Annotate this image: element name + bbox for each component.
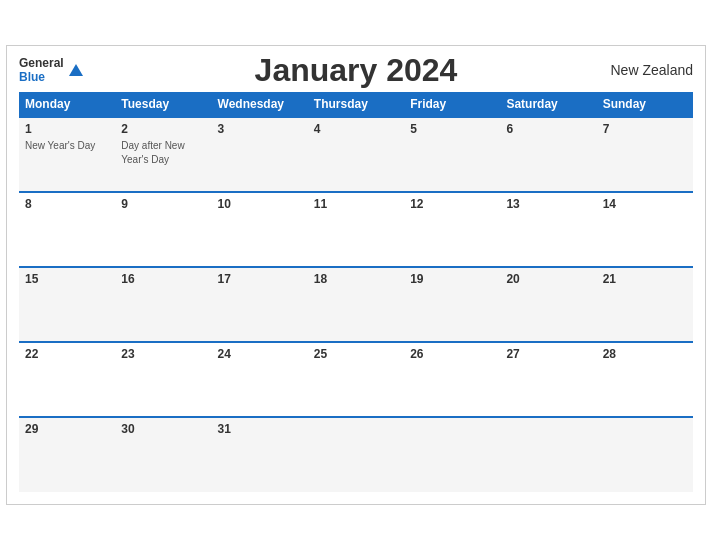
day-number: 6: [506, 122, 590, 136]
day-number: 8: [25, 197, 109, 211]
calendar-day-cell: 25: [308, 342, 404, 417]
calendar-day-cell: 15: [19, 267, 115, 342]
day-number: 19: [410, 272, 494, 286]
day-number: 5: [410, 122, 494, 136]
day-number: 25: [314, 347, 398, 361]
day-number: 16: [121, 272, 205, 286]
calendar-day-cell: 8: [19, 192, 115, 267]
calendar-day-cell: 6: [500, 117, 596, 192]
calendar-day-cell: [404, 417, 500, 492]
calendar-day-cell: 29: [19, 417, 115, 492]
day-number: 28: [603, 347, 687, 361]
calendar-day-cell: 13: [500, 192, 596, 267]
calendar-day-cell: [500, 417, 596, 492]
calendar-country: New Zealand: [611, 62, 694, 78]
weekday-header-row: MondayTuesdayWednesdayThursdayFridaySatu…: [19, 92, 693, 117]
day-number: 11: [314, 197, 398, 211]
day-number: 7: [603, 122, 687, 136]
calendar-day-cell: 30: [115, 417, 211, 492]
day-number: 29: [25, 422, 109, 436]
weekday-header-tuesday: Tuesday: [115, 92, 211, 117]
calendar-week-row: 22232425262728: [19, 342, 693, 417]
day-number: 20: [506, 272, 590, 286]
calendar-week-row: 891011121314: [19, 192, 693, 267]
calendar-day-cell: 9: [115, 192, 211, 267]
calendar-day-cell: 5: [404, 117, 500, 192]
day-number: 23: [121, 347, 205, 361]
day-number: 22: [25, 347, 109, 361]
day-number: 15: [25, 272, 109, 286]
calendar-header: General Blue January 2024 New Zealand: [19, 56, 693, 84]
day-number: 1: [25, 122, 109, 136]
weekday-header-sunday: Sunday: [597, 92, 693, 117]
logo: General Blue: [19, 56, 83, 84]
calendar-day-cell: 31: [212, 417, 308, 492]
day-number: 27: [506, 347, 590, 361]
day-number: 13: [506, 197, 590, 211]
calendar-day-cell: 17: [212, 267, 308, 342]
weekday-header-monday: Monday: [19, 92, 115, 117]
day-number: 30: [121, 422, 205, 436]
weekday-header-saturday: Saturday: [500, 92, 596, 117]
calendar-day-cell: 28: [597, 342, 693, 417]
calendar-day-cell: 12: [404, 192, 500, 267]
day-number: 26: [410, 347, 494, 361]
day-number: 21: [603, 272, 687, 286]
calendar-day-cell: 11: [308, 192, 404, 267]
calendar-day-cell: 3: [212, 117, 308, 192]
calendar-day-cell: 18: [308, 267, 404, 342]
day-number: 18: [314, 272, 398, 286]
calendar-day-cell: 20: [500, 267, 596, 342]
calendar-week-row: 15161718192021: [19, 267, 693, 342]
calendar-day-cell: 19: [404, 267, 500, 342]
logo-line2: Blue: [19, 70, 45, 84]
calendar-day-cell: 10: [212, 192, 308, 267]
calendar-container: General Blue January 2024 New Zealand Mo…: [6, 45, 706, 505]
day-number: 10: [218, 197, 302, 211]
weekday-header-wednesday: Wednesday: [212, 92, 308, 117]
calendar-day-cell: 7: [597, 117, 693, 192]
calendar-grid: MondayTuesdayWednesdayThursdayFridaySatu…: [19, 92, 693, 492]
calendar-day-cell: [597, 417, 693, 492]
day-number: 12: [410, 197, 494, 211]
day-number: 2: [121, 122, 205, 136]
calendar-day-cell: 16: [115, 267, 211, 342]
calendar-day-cell: 21: [597, 267, 693, 342]
calendar-day-cell: 23: [115, 342, 211, 417]
calendar-day-cell: [308, 417, 404, 492]
calendar-day-cell: 2Day after New Year's Day: [115, 117, 211, 192]
weekday-header-friday: Friday: [404, 92, 500, 117]
calendar-day-cell: 26: [404, 342, 500, 417]
logo-triangle-icon: [69, 64, 83, 76]
calendar-week-row: 1New Year's Day2Day after New Year's Day…: [19, 117, 693, 192]
day-number: 4: [314, 122, 398, 136]
calendar-day-cell: 4: [308, 117, 404, 192]
logo-line1: General: [19, 56, 64, 70]
day-number: 17: [218, 272, 302, 286]
day-number: 24: [218, 347, 302, 361]
calendar-day-cell: 24: [212, 342, 308, 417]
calendar-week-row: 293031: [19, 417, 693, 492]
weekday-header-thursday: Thursday: [308, 92, 404, 117]
holiday-label: New Year's Day: [25, 140, 95, 151]
holiday-label: Day after New Year's Day: [121, 140, 184, 165]
day-number: 9: [121, 197, 205, 211]
day-number: 14: [603, 197, 687, 211]
calendar-day-cell: 22: [19, 342, 115, 417]
calendar-day-cell: 14: [597, 192, 693, 267]
calendar-day-cell: 27: [500, 342, 596, 417]
day-number: 31: [218, 422, 302, 436]
calendar-day-cell: 1New Year's Day: [19, 117, 115, 192]
calendar-title: January 2024: [255, 52, 458, 89]
day-number: 3: [218, 122, 302, 136]
